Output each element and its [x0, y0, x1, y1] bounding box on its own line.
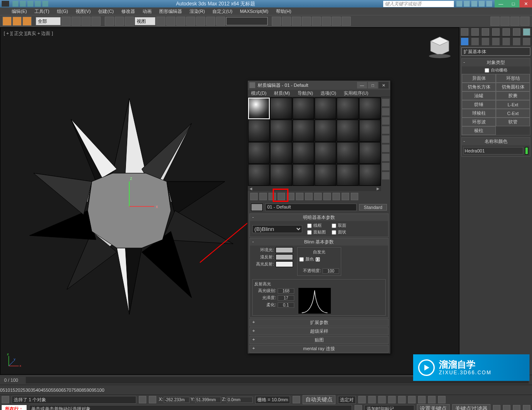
- geometry-icon[interactable]: [461, 38, 468, 45]
- name-color-header[interactable]: 名称和颜色: [485, 139, 507, 144]
- material-slot[interactable]: [337, 120, 358, 141]
- goto-start-icon[interactable]: [358, 396, 366, 403]
- align-icon[interactable]: [282, 17, 291, 26]
- window-crossing-icon[interactable]: [91, 17, 101, 26]
- key-icon[interactable]: [293, 396, 300, 403]
- comm-icon[interactable]: [355, 405, 362, 410]
- show-map-icon[interactable]: [323, 193, 331, 200]
- teapot-render-icon[interactable]: [500, 17, 510, 26]
- sample-uv-icon[interactable]: [382, 126, 389, 134]
- percent-snap-icon[interactable]: [196, 17, 205, 26]
- material-slot[interactable]: [315, 142, 336, 164]
- mtl-map-nav-icon[interactable]: [382, 172, 389, 179]
- video-color-icon[interactable]: [382, 135, 389, 143]
- angle-snap-icon[interactable]: [186, 17, 195, 26]
- orbit-icon[interactable]: [503, 405, 510, 410]
- ref-coord-dropdown[interactable]: 视图: [135, 17, 155, 25]
- x-input[interactable]: [164, 397, 190, 403]
- motion-tab-icon[interactable]: [492, 28, 500, 36]
- spacewarps-icon[interactable]: [513, 38, 520, 45]
- selection-set-dropdown[interactable]: [226, 17, 268, 25]
- gloss-spinner[interactable]: [278, 295, 294, 301]
- scale-icon[interactable]: [125, 17, 134, 26]
- material-type-button[interactable]: Standard: [359, 204, 387, 211]
- spindle-button[interactable]: 纺锤: [462, 100, 496, 109]
- utilities-tab-icon[interactable]: [513, 28, 520, 36]
- hedra-button[interactable]: 异面体: [462, 74, 496, 83]
- make-copy-icon[interactable]: [287, 193, 294, 200]
- selfillum-spinner[interactable]: [315, 257, 320, 262]
- menu-custom[interactable]: 自定义(U): [212, 8, 232, 15]
- rollout-header[interactable]: -明暗器基本参数: [250, 214, 388, 221]
- material-slot[interactable]: [337, 142, 358, 164]
- autokey-button[interactable]: 自动关键点: [303, 395, 335, 404]
- material-slot[interactable]: [359, 142, 381, 164]
- hedra-geometry[interactable]: x z: [25, 86, 233, 319]
- infocenter-icon[interactable]: [456, 1, 462, 7]
- viewport-label[interactable]: [ + ][ 正交 ][真实 + 边面 ]: [4, 30, 53, 37]
- material-slot[interactable]: [248, 142, 270, 164]
- put-to-scene-icon[interactable]: [259, 193, 267, 200]
- object-type-header[interactable]: 对象类型: [487, 60, 505, 65]
- min-max-icon[interactable]: [523, 405, 530, 410]
- qat-open-icon[interactable]: [20, 1, 26, 7]
- go-forward-icon[interactable]: [351, 193, 358, 200]
- viewcube-icon[interactable]: [427, 34, 452, 59]
- faceted-checkbox[interactable]: [332, 230, 336, 235]
- rollout-header[interactable]: -Blinn 基本参数: [250, 238, 388, 246]
- keyfilter-button[interactable]: 关键点过滤器: [452, 404, 490, 410]
- chamfercyl-button[interactable]: 切角圆柱体: [496, 83, 530, 91]
- zoom-all-icon[interactable]: [418, 396, 426, 403]
- add-time-tag[interactable]: 添加时间标记: [365, 405, 414, 410]
- close-button[interactable]: ✕: [520, 0, 532, 7]
- isolate-icon[interactable]: [149, 396, 156, 403]
- material-slot[interactable]: [293, 164, 314, 186]
- teapot-render2-icon[interactable]: [510, 17, 520, 26]
- material-slot[interactable]: [359, 120, 381, 141]
- modify-tab-icon[interactable]: [471, 28, 479, 36]
- render-frame-icon[interactable]: [342, 17, 351, 26]
- material-editor-icon[interactable]: [322, 17, 331, 26]
- object-name-input[interactable]: [463, 147, 523, 155]
- mat-id-icon[interactable]: [314, 193, 322, 200]
- menu-group[interactable]: 组(G): [57, 8, 68, 15]
- viewport[interactable]: [ + ][ 正交 ][真实 + 边面 ]: [0, 27, 459, 375]
- me-maximize-button[interactable]: □: [368, 82, 378, 88]
- cext-button[interactable]: C-Ext: [496, 109, 530, 118]
- material-slot[interactable]: [315, 98, 336, 119]
- material-slot[interactable]: [337, 98, 358, 119]
- me-menu-opts[interactable]: 选项(O): [320, 90, 336, 96]
- me-menu-mode[interactable]: 模式(D): [251, 90, 266, 96]
- torusknot-button[interactable]: 环形结: [496, 74, 530, 83]
- menu-anim[interactable]: 动画: [143, 8, 152, 15]
- zoom-icon[interactable]: [408, 396, 416, 403]
- z-input[interactable]: [227, 397, 253, 403]
- go-parent-icon[interactable]: [342, 193, 349, 200]
- chamferbox-button[interactable]: 切角长方体: [462, 83, 496, 91]
- lock-icon[interactable]: [139, 396, 146, 403]
- select-icon[interactable]: [62, 17, 71, 26]
- y-input[interactable]: [195, 397, 221, 403]
- material-slot[interactable]: [248, 98, 270, 119]
- maxscript-listener-icon[interactable]: [2, 396, 9, 403]
- snap-toggle-icon[interactable]: [176, 17, 185, 26]
- put-to-lib-icon[interactable]: [305, 193, 313, 200]
- material-slot[interactable]: [315, 120, 336, 141]
- systems-icon[interactable]: [523, 38, 530, 45]
- rotate-icon[interactable]: [115, 17, 124, 26]
- prism-button[interactable]: 棱柱: [462, 126, 496, 135]
- sample-type-icon[interactable]: [382, 99, 389, 106]
- select-name-icon[interactable]: [71, 17, 81, 26]
- make-preview-icon[interactable]: [382, 145, 389, 152]
- favorites-icon[interactable]: [471, 1, 477, 7]
- helpers-icon[interactable]: [502, 38, 510, 45]
- reset-map-icon[interactable]: [278, 193, 285, 200]
- facemap-checkbox[interactable]: [307, 230, 312, 235]
- pan-icon[interactable]: [438, 396, 446, 403]
- shader-dropdown[interactable]: (B)Blinn: [252, 225, 302, 233]
- create-tab-icon[interactable]: [461, 28, 468, 36]
- me-menu-material[interactable]: 材质(M): [274, 90, 290, 96]
- hierarchy-tab-icon[interactable]: [482, 28, 489, 36]
- qat-new-icon[interactable]: [12, 1, 18, 7]
- twosided-checkbox[interactable]: [332, 223, 336, 228]
